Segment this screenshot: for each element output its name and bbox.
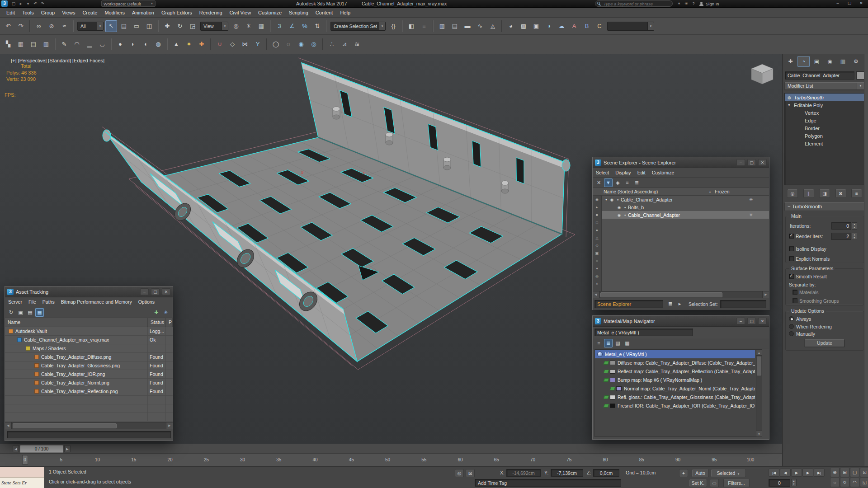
- asset-row[interactable]: Cable_Tray_Adapter_Diffuse.pngFound: [5, 353, 173, 361]
- material-map-row[interactable]: Reflect map: Cable_Tray_Adapter_Reflecti…: [595, 367, 755, 375]
- biped-tool-button[interactable]: Y: [252, 38, 264, 50]
- select-by-name-button[interactable]: ▤: [118, 20, 130, 32]
- zoom-button[interactable]: ⊕: [830, 468, 840, 477]
- window-crossing-button[interactable]: ◫: [143, 20, 155, 32]
- isolate-selection-toggle[interactable]: ◎: [455, 469, 464, 477]
- asset-menu-file[interactable]: File: [25, 297, 39, 307]
- scene-explorer-toggle-button[interactable]: ▥: [436, 20, 448, 32]
- turbosmooth-rollout-header[interactable]: −TurboSmooth: [784, 202, 867, 211]
- selection-filter-dropdown[interactable]: All▼: [77, 22, 104, 31]
- remove-modifier-button[interactable]: ✖: [835, 189, 846, 198]
- redo-button[interactable]: ↷: [15, 20, 27, 32]
- horizontal-scrollbar-thumb[interactable]: [600, 292, 722, 297]
- menu-help[interactable]: Help: [336, 8, 354, 18]
- display-filter-icon[interactable]: ◉: [594, 196, 601, 203]
- asset-menu-server[interactable]: Server: [5, 297, 25, 307]
- modifier-stack-item[interactable]: Element: [785, 140, 864, 147]
- render-setup-button[interactable]: ▩: [518, 20, 529, 32]
- scroll-right-icon[interactable]: ▶: [762, 291, 769, 298]
- lock-explorer-icon[interactable]: ◈: [613, 178, 622, 187]
- flatten-brush-button[interactable]: ▁: [84, 38, 95, 50]
- vertical-scrollbar-thumb[interactable]: [757, 357, 761, 375]
- point-helper-button[interactable]: ✚: [196, 38, 208, 50]
- refresh-status-icon[interactable]: ↻: [7, 308, 15, 317]
- menu-views[interactable]: Views: [58, 8, 79, 18]
- explorer-menu-edit[interactable]: Edit: [634, 168, 649, 178]
- redo-quick-icon[interactable]: ↷: [39, 0, 46, 7]
- modifier-list-dropdown[interactable]: Modifier List ▼: [784, 82, 865, 90]
- asset-table-header[interactable]: Name Status P: [5, 318, 173, 327]
- display-filter-icon[interactable]: ●: [594, 226, 601, 234]
- object-color-swatch[interactable]: [856, 71, 864, 80]
- egg-primitive-button[interactable]: ◍: [152, 38, 164, 50]
- material-map-row[interactable]: Metal_e ( VRayMtl ): [595, 350, 755, 358]
- column-name[interactable]: Name: [5, 318, 148, 327]
- material-navigator-titlebar[interactable]: 3 Material/Map Navigator – ▢ ✕: [593, 316, 769, 327]
- column-status[interactable]: Status: [148, 318, 166, 327]
- relax-brush-button[interactable]: ◠: [71, 38, 83, 50]
- visibility-eye-icon[interactable]: ◉: [616, 213, 622, 217]
- visibility-eye-icon[interactable]: ◉: [609, 197, 615, 202]
- zoom-all-button[interactable]: ⊞: [840, 468, 849, 477]
- view-cube[interactable]: [751, 64, 773, 84]
- material-editor-button[interactable]: ◕: [505, 20, 517, 32]
- select-and-move-button[interactable]: ✚: [161, 20, 173, 32]
- pin-stack-button[interactable]: ◎: [787, 189, 798, 198]
- toolbar-overflow-dropdown[interactable]: ▼: [607, 22, 654, 31]
- align-button[interactable]: ≡: [418, 20, 430, 32]
- mini-listener-pink-cell[interactable]: [0, 467, 44, 478]
- asset-row[interactable]: Cable_Tray_Adapter_Norml.pngFound: [5, 379, 173, 387]
- go-to-end-button[interactable]: ▶|: [814, 469, 825, 477]
- mirror-button[interactable]: ◧: [406, 20, 417, 32]
- angle-snap-button[interactable]: ∠: [286, 20, 298, 32]
- close-button[interactable]: ✕: [162, 288, 170, 295]
- app-logo-icon[interactable]: 3: [1, 0, 8, 7]
- x-coordinate-field[interactable]: -14,692cm: [506, 469, 541, 477]
- material-map-row[interactable]: Normal map: Cable_Tray_Adapter_Norml (Ca…: [595, 384, 755, 393]
- when-rendering-radio[interactable]: [789, 324, 794, 329]
- z-coordinate-field[interactable]: 0,0cm: [593, 469, 619, 477]
- render-plugin-a-button[interactable]: A: [568, 20, 580, 32]
- render-in-cloud-button[interactable]: ☁: [556, 20, 567, 32]
- details-view-icon[interactable]: ▤: [26, 308, 34, 317]
- display-filter-icon[interactable]: ◎: [594, 272, 601, 280]
- always-radio[interactable]: [789, 316, 794, 321]
- modifier-stack-item[interactable]: Border: [785, 124, 864, 132]
- menu-graph-editors[interactable]: Graph Editors: [158, 8, 196, 18]
- search-input[interactable]: [595, 0, 673, 7]
- maximize-button[interactable]: ▢: [844, 0, 855, 7]
- unlink-selection-button[interactable]: ⊘: [46, 20, 57, 32]
- view-list-names-icon[interactable]: ≣: [604, 339, 613, 347]
- menu-content[interactable]: Content: [312, 8, 337, 18]
- magnet-snap-button[interactable]: ∪: [214, 38, 226, 50]
- frame-spinner[interactable]: ▴▾: [791, 479, 797, 486]
- zoom-region-button[interactable]: ⊡: [860, 468, 868, 477]
- misc-tool-a-button[interactable]: ∴: [326, 38, 338, 50]
- highlight-selected-icon[interactable]: ▦: [35, 308, 44, 317]
- asset-row[interactable]: Cable_Tray_Adapter_IOR.pngFound: [5, 370, 173, 379]
- select-and-manipulate-button[interactable]: ✳: [243, 20, 255, 32]
- expand-arrow-icon[interactable]: ▼: [604, 198, 609, 201]
- minimize-button[interactable]: –: [140, 288, 149, 295]
- minimize-button[interactable]: –: [736, 159, 745, 166]
- manually-radio[interactable]: [789, 331, 794, 336]
- asset-row[interactable]: Autodesk VaultLogg...: [5, 327, 173, 336]
- options-icon[interactable]: ✳: [161, 308, 170, 317]
- zoom-extents-button[interactable]: ▢: [850, 468, 859, 477]
- add-time-tag[interactable]: Add Time Tag: [475, 479, 621, 487]
- paint-deform-button[interactable]: ✎: [58, 38, 70, 50]
- current-frame-field[interactable]: 0: [769, 479, 790, 487]
- smooth-result-checkbox[interactable]: [789, 274, 794, 279]
- state-sets-window-fragment[interactable]: State Sets Er: [0, 467, 44, 488]
- reference-coordinate-dropdown[interactable]: View▼: [200, 22, 228, 31]
- bind-to-spacewarp-button[interactable]: ≈: [58, 20, 70, 32]
- new-scene-icon[interactable]: ▢: [10, 0, 17, 7]
- close-button[interactable]: ✕: [758, 159, 767, 166]
- scene-object-row[interactable]: ◉●Cable_Channel_Adapter✳: [602, 211, 769, 219]
- snap-settings-button[interactable]: ▤: [28, 38, 39, 50]
- render-iters-checkbox[interactable]: [789, 234, 794, 239]
- material-map-row[interactable]: Diffuse map: Cable_Tray_Adapter_Diffuse …: [595, 358, 755, 367]
- render-production-button[interactable]: ◑: [543, 20, 555, 32]
- asset-row[interactable]: Cable_Channel_Adapter_max_vray.maxOk: [5, 336, 173, 344]
- mini-listener-white-cell[interactable]: State Sets Er: [0, 478, 44, 488]
